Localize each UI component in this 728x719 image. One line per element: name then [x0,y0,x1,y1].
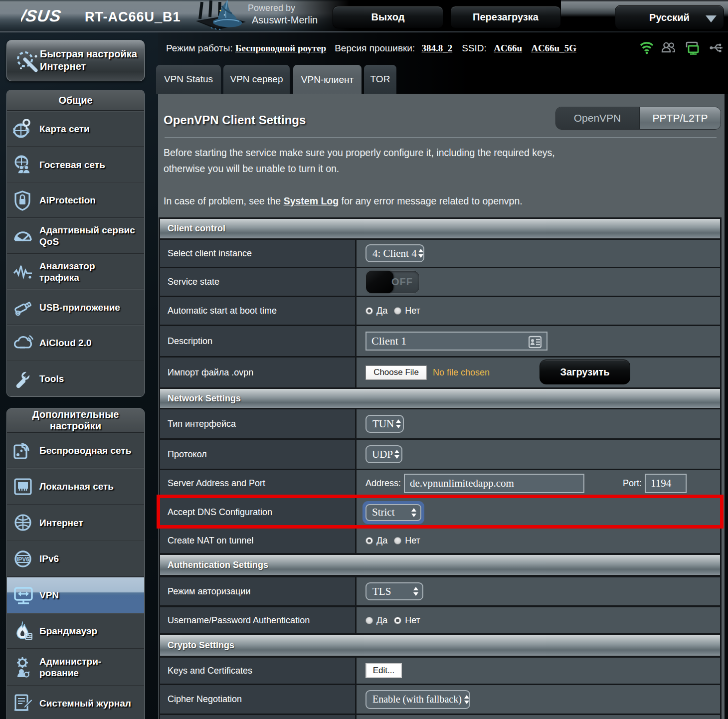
svg-text:/SUS: /SUS [21,8,62,25]
svg-text:IPV6: IPV6 [16,556,29,563]
